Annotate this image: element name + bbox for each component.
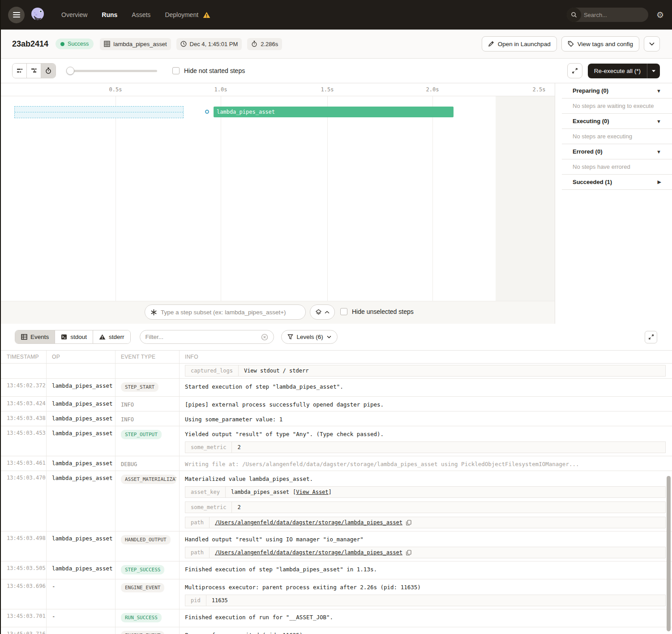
run-tag-label: 2.286s xyxy=(261,41,278,47)
op-selector-icon xyxy=(150,309,157,316)
gantt-zoom-slider[interactable] xyxy=(68,67,157,75)
run-tag[interactable]: 2.286s xyxy=(247,38,282,50)
sidebar-section-header[interactable]: Errored (0)▼ xyxy=(562,144,672,159)
flat-view-button[interactable] xyxy=(13,64,27,78)
log-event-type-cell: STEP_OUTPUT xyxy=(116,426,180,456)
settings-gear-icon[interactable]: ⚙ xyxy=(656,11,664,19)
sidebar-section-header[interactable]: Preparing (0)▼ xyxy=(562,83,672,99)
nav-item-assets[interactable]: Assets xyxy=(132,11,150,18)
search-input[interactable] xyxy=(581,12,648,18)
log-row[interactable]: 13:45:03.716-ENGINE_EVENTProcess for run… xyxy=(0,627,672,634)
checkbox-box[interactable] xyxy=(340,308,347,315)
nav-item-deployment[interactable]: Deployment xyxy=(165,11,198,18)
path-link[interactable]: /Users/alangenfeld/data/dagster/storage/… xyxy=(215,519,402,526)
graph-options-button[interactable] xyxy=(310,304,335,320)
gantt-step-bar[interactable]: lambda_pipes_asset xyxy=(214,107,454,117)
log-timestamp: 13:45:03.716 xyxy=(0,627,47,634)
log-filter-input[interactable] xyxy=(146,334,257,340)
hide-unselected-checkbox[interactable]: Hide unselected steps xyxy=(340,308,414,315)
path-link[interactable]: /Users/alangenfeld/data/dagster/storage/… xyxy=(215,549,402,556)
log-event-type-cell: ENGINE_EVENT xyxy=(116,627,180,634)
step-subset-selector[interactable] xyxy=(145,304,306,320)
sidebar-section-header[interactable]: Executing (0)▼ xyxy=(562,114,672,129)
reexecute-all-button[interactable]: Re-execute all (*) xyxy=(588,64,660,78)
warning-icon xyxy=(99,334,106,340)
tab-events[interactable]: Events xyxy=(15,330,55,343)
levels-label: Levels (6) xyxy=(297,334,323,340)
event-type-badge: STEP_SUCCESS xyxy=(121,565,164,574)
metadata-value-text: lambda_pipes_asset xyxy=(231,489,289,495)
gantt-fullscreen-button[interactable] xyxy=(567,63,582,78)
gantt-selection-region[interactable] xyxy=(14,106,184,118)
metadata-value: /Users/alangenfeld/data/dagster/storage/… xyxy=(210,547,417,558)
log-info-cell: captured_logsView stdout / stderr xyxy=(180,364,672,378)
log-event-type-cell: STEP_SUCCESS xyxy=(116,561,180,579)
run-more-actions-button[interactable] xyxy=(644,36,660,51)
filter-funnel-icon xyxy=(287,334,293,340)
tab-stderr[interactable]: stderr xyxy=(93,330,130,343)
log-row[interactable]: 13:45:03.498lambda_pipes_assetHANDLED_OU… xyxy=(0,531,672,561)
log-row[interactable]: 13:45:02.372lambda_pipes_assetSTEP_START… xyxy=(0,379,672,397)
run-tag[interactable]: Dec 4, 1:45:01 PM xyxy=(176,38,242,50)
waterfall-view-button[interactable] xyxy=(27,64,41,78)
levels-dropdown[interactable]: Levels (6) xyxy=(281,330,338,344)
log-filter[interactable] xyxy=(140,330,274,344)
open-in-launchpad-button[interactable]: Open in Launchpad xyxy=(482,36,557,51)
view-asset-link[interactable]: View Asset xyxy=(296,489,328,495)
log-row[interactable]: 13:45:03.696-ENGINE_EVENTMultiprocess ex… xyxy=(0,579,672,609)
global-search[interactable]: / xyxy=(567,8,648,22)
logs-fullscreen-button[interactable] xyxy=(645,331,657,343)
reexecute-options-caret[interactable] xyxy=(647,64,660,78)
tab-stdout[interactable]: stdout xyxy=(55,330,93,343)
nav-item-overview[interactable]: Overview xyxy=(61,11,87,18)
slider-handle[interactable] xyxy=(66,67,74,75)
log-message: Handled output "result" using IO manager… xyxy=(185,535,666,543)
clear-filter-icon[interactable] xyxy=(261,334,268,341)
run-id: 23ab2414 xyxy=(12,39,48,49)
log-op: lambda_pipes_asset xyxy=(47,561,116,579)
metadata-table: some_metric2 xyxy=(185,501,666,513)
menu-button[interactable] xyxy=(8,7,25,23)
logs-scrollbar-thumb[interactable] xyxy=(667,476,671,631)
run-tags: lambda_pipes_assetDec 4, 1:45:01 PM2.286… xyxy=(100,38,282,50)
axis-tick-label: 1.0s xyxy=(214,86,227,93)
copy-icon[interactable] xyxy=(406,520,411,526)
metadata-value: 2 xyxy=(232,502,246,513)
log-row[interactable]: 13:45:03.505lambda_pipes_assetSTEP_SUCCE… xyxy=(0,561,672,579)
metadata-value-text: 2 xyxy=(237,444,240,450)
log-row[interactable]: 13:45:03.470lambda_pipes_assetASSET_MATE… xyxy=(0,471,672,531)
step-subset-input[interactable] xyxy=(161,309,300,316)
log-op: lambda_pipes_asset xyxy=(47,531,116,561)
copy-icon[interactable] xyxy=(406,550,411,556)
sidebar-section-header[interactable]: Succeeded (1)▶ xyxy=(562,175,672,190)
log-row[interactable]: captured_logsView stdout / stderr xyxy=(0,364,672,379)
axis-tick-label: 0.5s xyxy=(109,86,122,93)
checkbox-box[interactable] xyxy=(172,67,180,74)
log-op: lambda_pipes_asset xyxy=(47,456,116,471)
log-message: Multiprocess executor: parent process ex… xyxy=(185,583,666,591)
log-table-body: captured_logsView stdout / stderr13:45:0… xyxy=(0,364,672,634)
log-row[interactable]: 13:45:03.461lambda_pipes_assetDEBUGWriti… xyxy=(0,456,672,471)
dagster-logo[interactable] xyxy=(28,5,47,24)
tag-icon xyxy=(568,41,574,47)
hide-not-started-checkbox[interactable]: Hide not started steps xyxy=(172,67,245,74)
timed-view-button[interactable] xyxy=(41,64,56,78)
gantt-gridline xyxy=(432,96,433,324)
log-column-header: INFO xyxy=(180,351,672,363)
log-info-cell: Writing file at: /Users/alangenfeld/data… xyxy=(180,456,672,471)
log-op: lambda_pipes_asset xyxy=(47,471,116,531)
log-row[interactable]: 13:45:03.438lambda_pipes_assetINFOUsing … xyxy=(0,411,672,426)
metadata-table: some_metric2 xyxy=(185,441,666,453)
log-row[interactable]: 13:45:03.424lambda_pipes_assetINFO[pipes… xyxy=(0,397,672,411)
event-type-badge: HANDLED_OUTPUT xyxy=(121,535,171,544)
log-table-header: TIMESTAMPOPEVENT TYPEINFO xyxy=(0,350,672,364)
run-tag[interactable]: lambda_pipes_asset xyxy=(100,38,171,50)
nav-item-runs[interactable]: Runs xyxy=(102,11,117,18)
status-label: Success xyxy=(68,41,89,47)
log-row[interactable]: 13:45:03.701-RUN_SUCCESSFinished executi… xyxy=(0,609,672,627)
nav-links: OverviewRunsAssetsDeployment xyxy=(61,11,210,18)
gantt-toolbar: Hide not started steps Re-execute all (*… xyxy=(0,59,672,83)
tab-label: stdout xyxy=(70,334,87,340)
log-row[interactable]: 13:45:03.453lambda_pipes_assetSTEP_OUTPU… xyxy=(0,426,672,456)
view-tags-config-button[interactable]: View tags and config xyxy=(561,36,639,51)
